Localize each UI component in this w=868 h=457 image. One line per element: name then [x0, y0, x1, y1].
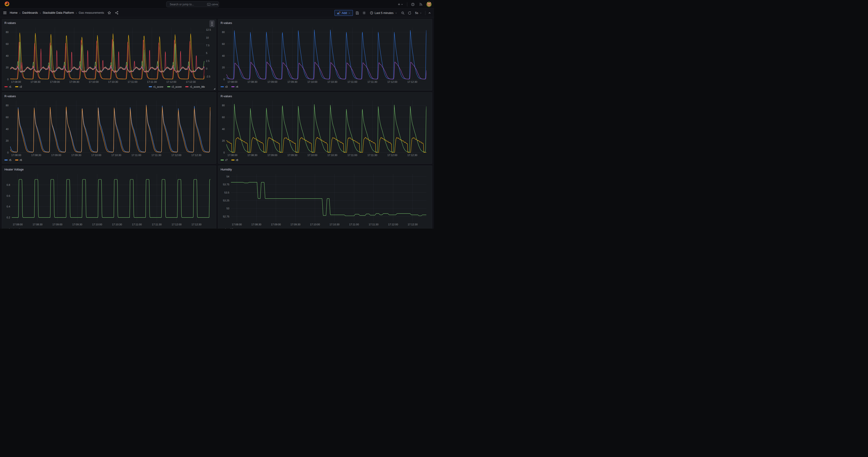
legend-group: r3r4 [221, 85, 242, 88]
help-button[interactable] [410, 2, 415, 7]
legend-item-r2[interactable]: r2 [15, 85, 22, 88]
svg-text:17:09:00: 17:09:00 [51, 154, 61, 156]
legend-item-r2_score[interactable]: r2_score [167, 85, 182, 88]
favorite-button[interactable] [107, 10, 112, 15]
panel-header[interactable]: Heater Voltage [4, 167, 214, 172]
panel-header[interactable]: Humidity [221, 167, 430, 172]
svg-text:20: 20 [222, 66, 225, 69]
share-button[interactable] [114, 10, 119, 15]
dashboard-toolbar: Home › Dashboards › Stackable Data Platf… [0, 9, 434, 17]
svg-text:20: 20 [222, 139, 225, 142]
search-shortcut: ctrl+k [207, 3, 218, 6]
legend-label: r2 [20, 85, 22, 88]
time-series-plot[interactable]: 020406080-2.502.557.51012.517:08:0017:08… [4, 26, 214, 84]
legend-label: r7 [225, 159, 227, 161]
collapse-toolbar-button[interactable] [428, 11, 432, 15]
breadcrumb-dashboards[interactable]: Dashboards [22, 11, 38, 14]
svg-text:0.2: 0.2 [6, 216, 10, 219]
time-series-plot[interactable]: 0.20.40.60.817:08:0017:08:3017:09:0017:0… [4, 172, 214, 226]
panel-resize-handle[interactable] [214, 88, 215, 90]
svg-text:17:10:30: 17:10:30 [330, 223, 340, 226]
legend-color-chip [15, 86, 19, 87]
svg-text:17:12:30: 17:12:30 [191, 223, 202, 226]
help-icon [411, 3, 415, 6]
legend-label: r4 [236, 85, 238, 88]
clock-icon [370, 11, 373, 14]
svg-text:17:12:30: 17:12:30 [191, 154, 201, 156]
svg-text:17:11:30: 17:11:30 [152, 223, 161, 226]
search-input[interactable] [170, 3, 206, 6]
time-range-picker[interactable]: Last 5 minutes [369, 10, 398, 16]
legend-item-r1[interactable]: r1 [4, 85, 11, 88]
breadcrumb-folder[interactable]: Stackable Data Platform [42, 11, 74, 14]
time-series-plot[interactable]: 02040608017:08:0017:08:3017:09:0017:09:3… [221, 99, 430, 157]
svg-text:80: 80 [222, 104, 225, 107]
legend-item-r1_score_lttb[interactable]: r1_score_lttb [185, 85, 205, 88]
svg-text:17:09:30: 17:09:30 [69, 81, 79, 83]
save-icon [355, 11, 359, 15]
legend-item-r6[interactable]: r6 [15, 159, 22, 161]
legend-group: heatervoltage [4, 228, 28, 228]
breadcrumb-home[interactable]: Home [10, 11, 18, 14]
menu-toggle-button[interactable] [2, 10, 7, 16]
svg-text:17:11:00: 17:11:00 [131, 154, 141, 156]
svg-text:17:11:30: 17:11:30 [147, 81, 157, 83]
svg-text:17:11:00: 17:11:00 [349, 223, 359, 226]
dashboard-settings-button[interactable] [362, 10, 367, 16]
panel-header[interactable]: R-values [221, 94, 430, 99]
svg-text:17:10:30: 17:10:30 [327, 154, 337, 156]
legend-color-chip [231, 86, 235, 87]
svg-text:0.8: 0.8 [6, 183, 10, 186]
svg-text:17:11:30: 17:11:30 [152, 154, 161, 156]
user-avatar[interactable] [426, 2, 432, 7]
svg-text:40: 40 [6, 128, 9, 130]
svg-text:40: 40 [222, 128, 225, 130]
svg-text:-2.5: -2.5 [206, 75, 210, 78]
svg-text:17:10:00: 17:10:00 [92, 223, 102, 226]
topbar-actions [397, 0, 432, 9]
svg-text:17:08:30: 17:08:30 [251, 223, 261, 226]
panel-legend: heatervoltage [4, 227, 214, 228]
panel-r-values-3: R-values 02040608017:08:0017:08:3017:09:… [2, 92, 216, 164]
time-series-plot[interactable]: 02040608017:08:0017:08:3017:09:0017:09:3… [221, 26, 430, 84]
legend-label: r1_score [153, 85, 163, 88]
save-dashboard-button[interactable] [355, 11, 360, 16]
svg-text:5: 5 [206, 52, 207, 54]
svg-text:17:11:30: 17:11:30 [369, 223, 378, 226]
legend-item-r8[interactable]: r8 [231, 159, 238, 161]
panel-header[interactable]: R-values [4, 21, 214, 26]
legend-item-r4[interactable]: r4 [231, 85, 238, 88]
hamburger-icon [3, 11, 7, 15]
time-series-plot[interactable]: 02040608017:08:0017:08:3017:09:0017:09:3… [4, 99, 214, 157]
svg-text:53.75: 53.75 [223, 183, 229, 186]
refresh-interval-picker[interactable]: 5s [414, 10, 423, 16]
time-series-plot[interactable]: 52.755353.2553.553.755417:08:0017:08:301… [221, 172, 430, 226]
legend-item-humidity[interactable]: humidity [221, 228, 235, 228]
kebab-icon [212, 22, 213, 26]
panel-humidity: Humidity 52.755353.2553.553.755417:08:00… [218, 165, 432, 228]
panel-header[interactable]: R-values [221, 21, 430, 26]
panel-header[interactable]: R-values [4, 94, 214, 99]
svg-text:17:12:00: 17:12:00 [387, 154, 397, 156]
zoom-out-button[interactable] [401, 11, 405, 16]
breadcrumb-current: Gas measurements [79, 11, 104, 14]
svg-text:17:12:30: 17:12:30 [407, 81, 417, 83]
add-panel-button[interactable]: Add [335, 10, 353, 16]
legend-color-chip [221, 86, 224, 87]
legend-group: r7r8 [221, 159, 242, 161]
news-button[interactable] [418, 2, 423, 7]
zoom-out-icon [401, 11, 405, 15]
legend-group: r5r6 [4, 159, 26, 161]
refresh-button[interactable] [407, 11, 412, 16]
legend-label: r2_score [172, 85, 182, 88]
legend-item-r7[interactable]: r7 [221, 159, 227, 161]
legend-item-r3[interactable]: r3 [221, 85, 227, 88]
legend-item-r1_score[interactable]: r1_score [149, 85, 163, 88]
legend-item-heatervoltage[interactable]: heatervoltage [4, 228, 25, 228]
legend-item-r5[interactable]: r5 [4, 159, 11, 161]
grafana-logo-icon[interactable] [4, 1, 10, 7]
svg-text:17:10:00: 17:10:00 [310, 223, 320, 226]
new-button[interactable] [397, 2, 404, 6]
global-search[interactable]: ctrl+k [166, 1, 219, 7]
svg-text:17:10:30: 17:10:30 [108, 81, 118, 83]
